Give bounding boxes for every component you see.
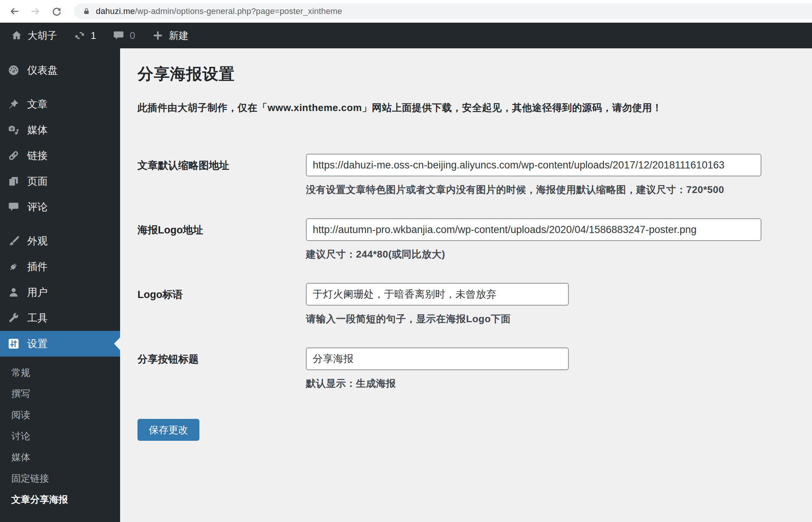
submenu-item-general[interactable]: 常规 (0, 362, 120, 383)
url-path: /wp-admin/options-general.php?page=poste… (135, 6, 342, 16)
settings-submenu: 常规 撰写 阅读 讨论 媒体 固定链接 文章分享海报 (0, 357, 120, 514)
plugin-icon (8, 261, 20, 273)
sliders-icon (8, 338, 20, 350)
update-count: 1 (91, 30, 96, 42)
menu-separator (0, 83, 120, 91)
submenu-item-discussion[interactable]: 讨论 (0, 425, 120, 446)
form-row-share-button-title: 分享按钮标题 默认显示：生成海报 (137, 347, 797, 390)
admin-bar-site-menu[interactable]: 大胡子 (0, 23, 65, 48)
sidebar-item-pages[interactable]: 页面 (0, 168, 120, 194)
field-label: 文章默认缩略图地址 (137, 154, 306, 196)
screen: dahuzi.me/wp-admin/options-general.php?p… (0, 0, 812, 522)
pushpin-icon (8, 98, 20, 110)
field-label: Logo标语 (137, 283, 306, 326)
sidebar-item-appearance[interactable]: 外观 (0, 228, 120, 254)
sidebar-item-label: 链接 (27, 149, 48, 162)
forward-arrow-icon (30, 6, 41, 17)
sidebar-item-posts[interactable]: 文章 (0, 91, 120, 117)
pages-icon (8, 175, 20, 187)
plugin-notice: 此插件由大胡子制作，仅在「www.xintheme.com」网站上面提供下载，安… (137, 101, 797, 114)
url-text: dahuzi.me/wp-admin/options-general.php?p… (96, 6, 342, 16)
page-title: 分享海报设置 (137, 63, 797, 85)
admin-bar-updates[interactable]: 1 (65, 23, 104, 48)
user-icon (8, 286, 20, 298)
sidebar-item-label: 工具 (27, 311, 48, 325)
url-bar[interactable]: dahuzi.me/wp-admin/options-general.php?p… (74, 3, 812, 19)
back-arrow-icon (9, 6, 20, 17)
form-row-logo-slogan: Logo标语 请输入一段简短的句子，显示在海报Logo下面 (137, 283, 797, 326)
sidebar-item-comments[interactable]: 评论 (0, 194, 120, 220)
sidebar-item-label: 文章 (27, 97, 48, 111)
submenu-item-reading[interactable]: 阅读 (0, 404, 120, 425)
logo-slogan-input[interactable] (306, 283, 569, 306)
field-label: 分享按钮标题 (137, 347, 306, 390)
submenu-item-permalinks[interactable]: 固定链接 (0, 468, 120, 489)
dashboard-icon (8, 64, 20, 76)
admin-sidebar: 仪表盘 文章 媒体 链接 (0, 48, 120, 522)
brush-icon (8, 235, 20, 247)
sidebar-item-dashboard[interactable]: 仪表盘 (0, 57, 120, 83)
form-row-logo-url: 海报Logo地址 建议尺寸：244*80(或同比放大) (137, 218, 797, 261)
sidebar-item-label: 评论 (27, 200, 48, 214)
url-domain: dahuzi.me (96, 6, 135, 16)
sidebar-item-tools[interactable]: 工具 (0, 305, 120, 331)
sidebar-item-links[interactable]: 链接 (0, 143, 120, 168)
sidebar-item-label: 媒体 (27, 123, 48, 137)
settings-page: 分享海报设置 此插件由大胡子制作，仅在「www.xintheme.com」网站上… (120, 48, 812, 522)
new-label: 新建 (169, 29, 188, 42)
browser-toolbar: dahuzi.me/wp-admin/options-general.php?p… (0, 0, 812, 23)
comment-count: 0 (130, 30, 135, 42)
comment-icon (8, 201, 20, 213)
sidebar-item-label: 设置 (27, 337, 48, 351)
sidebar-item-users[interactable]: 用户 (0, 280, 120, 305)
wrench-icon (8, 312, 20, 324)
admin-frame: 仪表盘 文章 媒体 链接 (0, 48, 812, 522)
comment-bubble-icon (113, 29, 125, 42)
sidebar-item-label: 插件 (27, 260, 48, 273)
sidebar-item-settings[interactable]: 设置 (0, 331, 120, 357)
plus-icon (152, 29, 164, 42)
share-button-title-input[interactable] (306, 347, 569, 370)
sidebar-item-label: 页面 (27, 175, 48, 188)
reload-icon (51, 6, 62, 17)
admin-bar-comments[interactable]: 0 (104, 23, 143, 48)
sidebar-item-label: 仪表盘 (27, 63, 58, 77)
submenu-item-writing[interactable]: 撰写 (0, 383, 120, 404)
field-help: 没有设置文章特色图片或者文章内没有图片的时候，海报使用默认缩略图，建议尺寸：72… (306, 183, 797, 196)
menu-separator (0, 220, 120, 228)
save-changes-button[interactable]: 保存更改 (137, 419, 199, 441)
site-name: 大胡子 (28, 29, 57, 42)
field-help: 默认显示：生成海报 (306, 377, 797, 390)
browser-forward-button[interactable] (28, 4, 43, 19)
admin-bar-new[interactable]: 新建 (144, 23, 197, 48)
submenu-item-media[interactable]: 媒体 (0, 446, 120, 468)
lock-icon (82, 7, 91, 15)
sidebar-item-label: 用户 (27, 286, 48, 299)
wp-admin-bar: 大胡子 1 0 新建 (0, 23, 812, 48)
browser-reload-button[interactable] (49, 4, 64, 19)
browser-back-button[interactable] (7, 4, 22, 19)
link-icon (8, 150, 20, 162)
sidebar-item-media[interactable]: 媒体 (0, 117, 120, 143)
update-icon (74, 29, 86, 42)
home-icon (11, 29, 23, 42)
sidebar-item-plugins[interactable]: 插件 (0, 254, 120, 280)
field-help: 建议尺寸：244*80(或同比放大) (306, 248, 797, 261)
sidebar-item-label: 外观 (27, 234, 48, 248)
form-row-thumbnail-url: 文章默认缩略图地址 没有设置文章特色图片或者文章内没有图片的时候，海报使用默认缩… (137, 154, 797, 196)
field-help: 请输入一段简短的句子，显示在海报Logo下面 (306, 312, 797, 326)
field-label: 海报Logo地址 (137, 218, 306, 261)
logo-url-input[interactable] (306, 218, 761, 241)
thumbnail-url-input[interactable] (306, 154, 761, 176)
submenu-item-share-poster[interactable]: 文章分享海报 (0, 489, 120, 510)
media-icon (8, 124, 20, 136)
